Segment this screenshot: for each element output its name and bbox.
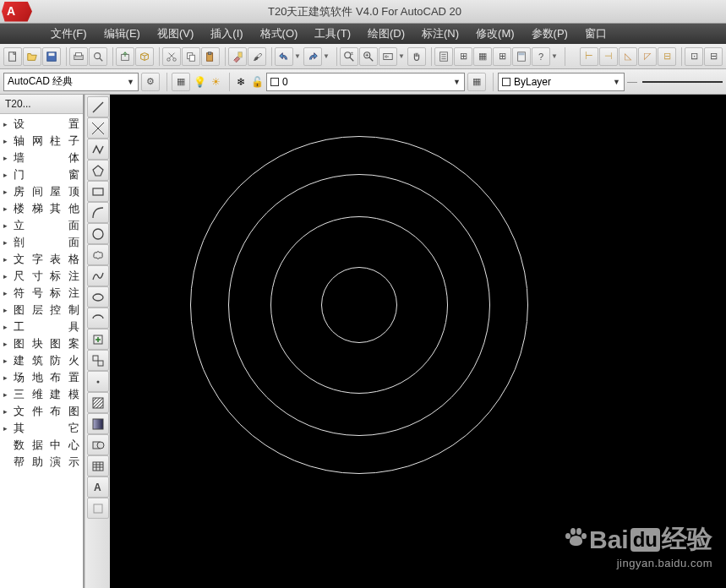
tree-item-symbol[interactable]: ▸符号标注 — [2, 285, 81, 302]
zoom-realtime-button[interactable]: ± — [340, 47, 358, 66]
measure-1-button[interactable]: ⊢ — [580, 47, 598, 66]
calc-button[interactable] — [512, 47, 531, 66]
tree-item-file[interactable]: ▸文件布图 — [2, 403, 81, 420]
tree-item-block[interactable]: ▸图块图案 — [2, 335, 81, 352]
sheet-button[interactable] — [434, 47, 453, 66]
menu-format[interactable]: 格式(O) — [252, 24, 307, 44]
copy-button[interactable] — [182, 47, 200, 66]
undo-button[interactable] — [275, 47, 293, 66]
preview-button[interactable] — [89, 47, 107, 66]
palette2-button[interactable]: ⊞ — [493, 47, 511, 66]
circle-tool[interactable] — [87, 223, 109, 244]
region-tool[interactable] — [87, 434, 109, 455]
line-tool[interactable] — [87, 96, 109, 117]
table-tool[interactable] — [87, 455, 109, 476]
rect-tool[interactable] — [87, 181, 109, 202]
measure-4-button[interactable]: ◸ — [638, 47, 657, 66]
tree-item-help[interactable]: 帮助演示 — [2, 454, 81, 471]
drawing-canvas[interactable]: Baidu经验 jingyan.baidu.com — [110, 95, 726, 588]
tree-item-axis[interactable]: ▸轴网柱子 — [2, 133, 81, 150]
zoom-prev-button[interactable] — [379, 47, 397, 66]
polyline-tool[interactable] — [87, 139, 109, 160]
cut-button[interactable] — [162, 47, 181, 66]
tree-item-door[interactable]: ▸门 窗 — [2, 166, 81, 183]
spline-tool[interactable] — [87, 265, 109, 286]
menu-tools[interactable]: 工具(T) — [306, 24, 359, 44]
lineweight-display[interactable]: — — [627, 76, 723, 88]
revcloud-tool[interactable] — [87, 244, 109, 265]
tree-item-elevation[interactable]: ▸立 面 — [2, 217, 81, 234]
mtext-tool[interactable]: A — [87, 476, 109, 498]
3ddwf-button[interactable] — [135, 47, 154, 66]
layer-prop-button[interactable]: ▦ — [172, 73, 190, 91]
extra-tool[interactable] — [87, 498, 109, 519]
workspace-combo[interactable]: AutoCAD 经典 ▼ — [3, 73, 139, 91]
tool-palette-button[interactable]: ▦ — [473, 47, 492, 66]
tree-item-data[interactable]: 数据中心 — [2, 437, 81, 454]
tree-item-text[interactable]: ▸文字表格 — [2, 251, 81, 268]
polygon-tool[interactable] — [87, 160, 109, 181]
measure-3-button[interactable]: ◺ — [619, 47, 637, 66]
menu-draw[interactable]: 绘图(D) — [359, 24, 413, 44]
layer-combo[interactable]: 0 ▼ — [266, 73, 465, 91]
xref-button[interactable]: ⊞ — [454, 47, 472, 66]
xline-tool[interactable] — [87, 117, 109, 139]
save-button[interactable] — [42, 47, 61, 66]
ellipse-tool[interactable] — [87, 286, 109, 308]
plot-button[interactable] — [69, 47, 88, 66]
undo-dropdown-icon[interactable]: ▼ — [294, 52, 303, 60]
zoom-window-button[interactable] — [359, 47, 378, 66]
tree-item-3d[interactable]: ▸三维建模 — [2, 386, 81, 403]
annotate-1-button[interactable]: ⊡ — [685, 47, 703, 66]
tree-item-room[interactable]: ▸房间屋顶 — [2, 183, 81, 200]
publish-button[interactable] — [116, 47, 134, 66]
menu-view[interactable]: 视图(V) — [149, 24, 202, 44]
zoom-dropdown-icon[interactable]: ▼ — [398, 52, 407, 60]
menu-param[interactable]: 参数(P) — [523, 24, 576, 44]
tree-item-layer[interactable]: ▸图层控制 — [2, 302, 81, 318]
workspace-settings-icon[interactable]: ⚙ — [141, 73, 160, 91]
menu-window[interactable]: 窗口 — [576, 24, 615, 44]
autocad-app-icon[interactable] — [2, 2, 32, 22]
sun-icon[interactable]: ☀ — [209, 75, 222, 89]
lightbulb-icon[interactable]: 💡 — [193, 75, 206, 89]
redo-button[interactable] — [303, 47, 322, 66]
menu-dim[interactable]: 标注(N) — [413, 24, 467, 44]
tree-item-tool[interactable]: ▸工 具 — [2, 318, 81, 335]
insert-tool[interactable] — [87, 329, 109, 350]
layer-match-button[interactable]: ▦ — [467, 73, 486, 91]
menu-modify[interactable]: 修改(M) — [467, 24, 523, 44]
tree-item-settings[interactable]: ▸设 置 — [2, 116, 81, 133]
menu-edit[interactable]: 编辑(E) — [96, 24, 149, 44]
measure-2-button[interactable]: ⊣ — [599, 47, 618, 66]
help-button[interactable]: ? — [532, 47, 550, 66]
tree-item-wall[interactable]: ▸墙 体 — [2, 150, 81, 166]
new-button[interactable] — [3, 47, 22, 66]
lock-icon[interactable]: 🔓 — [250, 75, 264, 89]
point-tool[interactable] — [87, 371, 109, 392]
tree-list[interactable]: ▸设 置 ▸轴网柱子 ▸墙 体 ▸门 窗 ▸房间屋顶 ▸楼梯其他 ▸立 面 ▸剖… — [0, 114, 83, 588]
help-dropdown-icon[interactable]: ▼ — [551, 52, 560, 60]
linetype-combo[interactable]: ByLayer ▼ — [498, 73, 625, 91]
tree-item-dim[interactable]: ▸尺寸标注 — [2, 268, 81, 285]
gradient-tool[interactable] — [87, 413, 109, 434]
ellipse-arc-tool[interactable] — [87, 308, 109, 329]
pan-button[interactable] — [407, 47, 426, 66]
brush2-button[interactable]: 🖌 — [248, 47, 266, 66]
block-tool[interactable] — [87, 350, 109, 371]
tree-item-section[interactable]: ▸剖 面 — [2, 234, 81, 251]
freeze-icon[interactable]: ❄ — [234, 75, 248, 89]
arc-tool[interactable] — [87, 202, 109, 223]
menu-insert[interactable]: 插入(I) — [202, 24, 251, 44]
open-button[interactable] — [23, 47, 41, 66]
annotate-2-button[interactable]: ⊟ — [704, 47, 723, 66]
tree-item-site[interactable]: ▸场地布置 — [2, 369, 81, 386]
panel-title[interactable]: T20... — [0, 95, 83, 114]
match-button[interactable] — [228, 47, 247, 66]
paste-button[interactable] — [201, 47, 220, 66]
menu-file[interactable]: 文件(F) — [42, 24, 96, 44]
tree-item-fire[interactable]: ▸建筑防火 — [2, 352, 81, 369]
tree-item-other[interactable]: ▸其 它 — [2, 420, 81, 437]
redo-dropdown-icon[interactable]: ▼ — [323, 52, 331, 60]
tree-item-stair[interactable]: ▸楼梯其他 — [2, 200, 81, 217]
